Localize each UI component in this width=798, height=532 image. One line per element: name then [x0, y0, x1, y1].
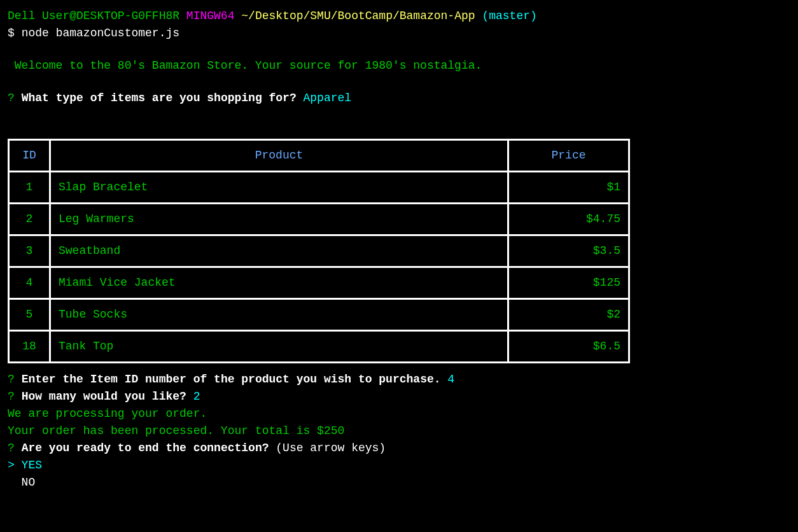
- cell-price: $4.75: [508, 204, 629, 235]
- prompt-quantity: ? How many would you like? 2: [8, 388, 790, 405]
- prompt-answer: 2: [193, 390, 200, 403]
- processed-message: Your order has been processed. Your tota…: [8, 423, 790, 440]
- prompt-marker: ?: [8, 390, 15, 403]
- cell-price: $125: [508, 267, 629, 299]
- prompt-question-text: Enter the Item ID number of the product …: [22, 373, 441, 386]
- prompt-answer: Apparel: [304, 92, 352, 104]
- cell-product: Leg Warmers: [50, 204, 508, 235]
- cell-price: $6.5: [508, 331, 629, 363]
- table-row: 5Tube Socks$2: [9, 299, 629, 331]
- header-product: Product: [50, 140, 508, 172]
- table-row: 2Leg Warmers$4.75: [9, 204, 629, 235]
- cell-price: $3.5: [508, 235, 629, 267]
- prompt-item-id: ? Enter the Item ID number of the produc…: [8, 371, 790, 388]
- table-row: 3Sweatband$3.5: [9, 235, 629, 267]
- prompt-marker: ?: [8, 92, 15, 104]
- prompt-user: Dell User@DESKTOP-G0FFH8R: [8, 10, 179, 22]
- prompt-symbol: $: [8, 27, 15, 39]
- caret-icon: >: [8, 459, 22, 472]
- prompt-question-text: Are you ready to end the connection?: [22, 442, 269, 454]
- cell-product: Sweatband: [50, 235, 508, 267]
- cell-product: Miami Vice Jacket: [50, 267, 508, 299]
- menu-option-yes[interactable]: > YES: [8, 457, 790, 474]
- welcome-message: Welcome to the 80's Bamazon Store. Your …: [8, 57, 790, 74]
- cell-id: 18: [9, 331, 50, 363]
- prompt-marker: ?: [8, 373, 15, 386]
- cell-id: 1: [9, 172, 50, 204]
- prompt-question-text: How many would you like?: [22, 390, 186, 403]
- menu-option-label: NO: [22, 476, 36, 489]
- cell-product: Tank Top: [50, 331, 508, 363]
- caret-icon: [8, 476, 22, 489]
- cell-product: Slap Bracelet: [50, 172, 508, 204]
- cell-price: $1: [508, 172, 629, 204]
- prompt-marker: ?: [8, 442, 15, 454]
- cell-id: 3: [9, 235, 50, 267]
- prompt-shopping-type: ? What type of items are you shopping fo…: [8, 90, 790, 107]
- entered-command: node bamazonCustomer.js: [22, 27, 179, 39]
- command-line[interactable]: $ node bamazonCustomer.js: [8, 25, 790, 42]
- shell-prompt-line: Dell User@DESKTOP-G0FFH8R MINGW64 ~/Desk…: [8, 8, 790, 25]
- prompt-answer: 4: [447, 373, 454, 386]
- table-header-row: ID Product Price: [9, 140, 629, 172]
- cell-id: 4: [9, 267, 50, 299]
- product-table: ID Product Price 1Slap Bracelet$12Leg Wa…: [8, 139, 630, 363]
- prompt-hint: (Use arrow keys): [276, 442, 386, 454]
- prompt-path: ~/Desktop/SMU/BootCamp/Bamazon-App: [241, 10, 475, 22]
- header-id: ID: [9, 140, 50, 172]
- table-row: 18Tank Top$6.5: [9, 331, 629, 363]
- processing-message: We are processing your order.: [8, 405, 790, 423]
- header-price: Price: [508, 140, 629, 172]
- menu-option-label: YES: [22, 459, 42, 472]
- cell-id: 2: [9, 204, 50, 235]
- prompt-branch: (master): [482, 10, 536, 22]
- prompt-shell: MINGW64: [186, 10, 235, 22]
- cell-id: 5: [9, 299, 50, 331]
- menu-option-no[interactable]: NO: [8, 474, 790, 491]
- table-row: 1Slap Bracelet$1: [9, 172, 629, 204]
- prompt-end-connection: ? Are you ready to end the connection? (…: [8, 440, 790, 457]
- cell-product: Tube Socks: [50, 299, 508, 331]
- prompt-question-text: What type of items are you shopping for?: [22, 92, 297, 104]
- table-row: 4Miami Vice Jacket$125: [9, 267, 629, 299]
- cell-price: $2: [508, 299, 629, 331]
